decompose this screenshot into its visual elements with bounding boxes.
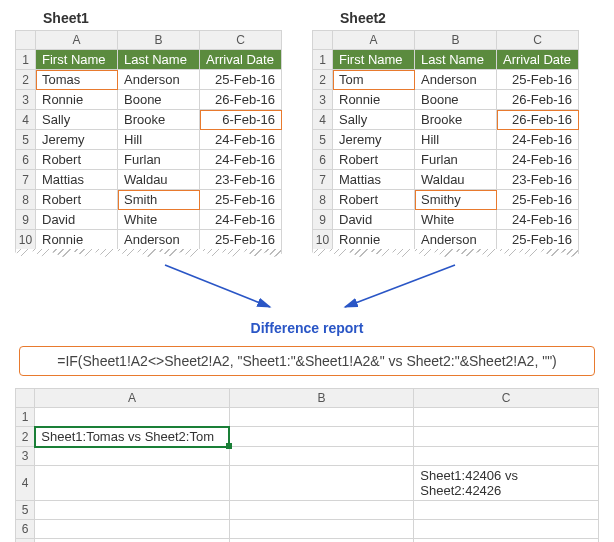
col-header-a[interactable]: A — [35, 389, 229, 408]
cell[interactable]: Anderson — [415, 70, 497, 90]
cell[interactable] — [414, 520, 599, 539]
cell[interactable]: 24-Feb-16 — [497, 210, 579, 230]
row-header-5[interactable]: 5 — [16, 501, 35, 520]
cell[interactable]: Robert — [333, 150, 415, 170]
col-header-b[interactable]: B — [118, 31, 200, 50]
cell[interactable] — [35, 408, 229, 427]
cell[interactable]: Robert — [36, 150, 118, 170]
cell[interactable]: 26-Feb-16 — [497, 90, 579, 110]
cell[interactable]: Sheet1:42406 vs Sheet2:42426 — [414, 466, 599, 501]
header-cell[interactable]: Last Name — [415, 50, 497, 70]
row-header-9[interactable]: 9 — [16, 210, 36, 230]
cell[interactable]: Boone — [415, 90, 497, 110]
cell[interactable] — [229, 447, 414, 466]
cell[interactable]: 26-Feb-16 — [200, 90, 282, 110]
col-header-b[interactable]: B — [415, 31, 497, 50]
cell[interactable]: 24-Feb-16 — [200, 210, 282, 230]
cell[interactable]: 25-Feb-16 — [200, 190, 282, 210]
cell[interactable] — [229, 427, 414, 447]
cell[interactable]: Anderson — [118, 230, 200, 250]
select-all-corner[interactable] — [313, 31, 333, 50]
row-header-7[interactable]: 7 — [313, 170, 333, 190]
cell[interactable]: Boone — [118, 90, 200, 110]
cell[interactable] — [229, 539, 414, 543]
row-header-5[interactable]: 5 — [313, 130, 333, 150]
cell[interactable]: White — [415, 210, 497, 230]
cell[interactable] — [414, 408, 599, 427]
cell[interactable]: Sally — [333, 110, 415, 130]
row-header-9[interactable]: 9 — [313, 210, 333, 230]
col-header-c[interactable]: C — [414, 389, 599, 408]
cell[interactable]: Robert — [36, 190, 118, 210]
cell[interactable]: Hill — [415, 130, 497, 150]
cell[interactable]: Ronnie — [333, 90, 415, 110]
cell[interactable] — [414, 447, 599, 466]
cell[interactable] — [229, 520, 414, 539]
cell[interactable] — [414, 501, 599, 520]
col-header-a[interactable]: A — [36, 31, 118, 50]
cell[interactable]: 6-Feb-16 — [200, 110, 282, 130]
cell[interactable]: Mattias — [36, 170, 118, 190]
cell[interactable]: 25-Feb-16 — [497, 230, 579, 250]
row-header-3[interactable]: 3 — [16, 90, 36, 110]
cell[interactable] — [35, 539, 229, 543]
row-header-5[interactable]: 5 — [16, 130, 36, 150]
col-header-c[interactable]: C — [200, 31, 282, 50]
cell[interactable]: Ronnie — [36, 90, 118, 110]
cell[interactable]: Tom — [333, 70, 415, 90]
cell[interactable] — [414, 539, 599, 543]
cell[interactable]: White — [118, 210, 200, 230]
cell[interactable]: Furlan — [118, 150, 200, 170]
cell[interactable]: Sheet1:Tomas vs Sheet2:Tom — [35, 427, 229, 447]
cell[interactable]: Jeremy — [36, 130, 118, 150]
row-header-4[interactable]: 4 — [16, 110, 36, 130]
cell[interactable]: 24-Feb-16 — [200, 150, 282, 170]
row-header-6[interactable]: 6 — [16, 150, 36, 170]
sheet1-grid[interactable]: A B C 1 First Name Last Name Arrival Dat… — [15, 30, 282, 250]
cell[interactable]: 23-Feb-16 — [497, 170, 579, 190]
sheet2-grid[interactable]: A B C 1 First Name Last Name Arrival Dat… — [312, 30, 579, 250]
cell[interactable]: Furlan — [415, 150, 497, 170]
cell[interactable]: David — [333, 210, 415, 230]
row-header-10[interactable]: 10 — [16, 230, 36, 250]
report-grid[interactable]: A B C 12Sheet1:Tomas vs Sheet2:Tom34Shee… — [15, 388, 599, 542]
cell[interactable] — [229, 466, 414, 501]
cell[interactable]: Waldau — [118, 170, 200, 190]
row-header-3[interactable]: 3 — [16, 447, 35, 466]
cell[interactable]: 24-Feb-16 — [497, 150, 579, 170]
cell[interactable]: Brooke — [415, 110, 497, 130]
cell[interactable]: 24-Feb-16 — [497, 130, 579, 150]
cell[interactable]: Tomas — [36, 70, 118, 90]
cell[interactable]: 25-Feb-16 — [497, 190, 579, 210]
row-header-4[interactable]: 4 — [313, 110, 333, 130]
cell[interactable]: 25-Feb-16 — [200, 70, 282, 90]
cell[interactable]: Hill — [118, 130, 200, 150]
cell[interactable]: Robert — [333, 190, 415, 210]
cell[interactable] — [35, 466, 229, 501]
cell[interactable]: Brooke — [118, 110, 200, 130]
header-cell[interactable]: Arrival Date — [200, 50, 282, 70]
cell[interactable] — [229, 408, 414, 427]
cell[interactable]: Ronnie — [36, 230, 118, 250]
row-header-2[interactable]: 2 — [313, 70, 333, 90]
row-header-6[interactable]: 6 — [313, 150, 333, 170]
row-header-8[interactable]: 8 — [16, 190, 36, 210]
cell[interactable]: David — [36, 210, 118, 230]
cell[interactable] — [35, 447, 229, 466]
cell[interactable] — [35, 501, 229, 520]
cell[interactable]: 23-Feb-16 — [200, 170, 282, 190]
cell[interactable] — [35, 520, 229, 539]
row-header-4[interactable]: 4 — [16, 466, 35, 501]
row-header-1[interactable]: 1 — [16, 50, 36, 70]
header-cell[interactable]: Last Name — [118, 50, 200, 70]
row-header-6[interactable]: 6 — [16, 520, 35, 539]
row-header-7[interactable]: 7 — [16, 170, 36, 190]
row-header-2[interactable]: 2 — [16, 427, 35, 447]
header-cell[interactable]: First Name — [333, 50, 415, 70]
cell[interactable]: Smith — [118, 190, 200, 210]
cell[interactable]: Waldau — [415, 170, 497, 190]
cell[interactable]: Ronnie — [333, 230, 415, 250]
cell[interactable]: 25-Feb-16 — [497, 70, 579, 90]
cell[interactable] — [414, 427, 599, 447]
header-cell[interactable]: First Name — [36, 50, 118, 70]
